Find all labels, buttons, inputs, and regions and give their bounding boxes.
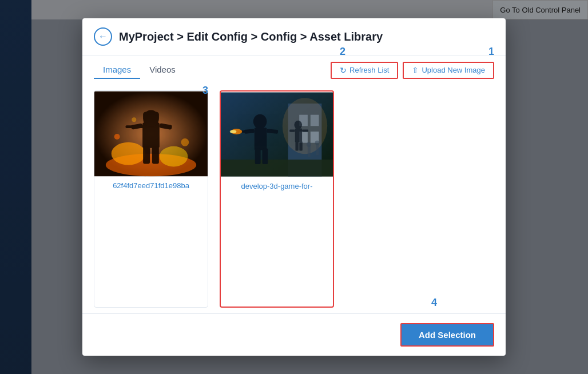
svg-rect-6 (143, 112, 159, 120)
refresh-icon: ↻ (340, 66, 347, 75)
breadcrumb: MyProject > Edit Config > Config > Asset… (119, 30, 383, 43)
annotation-4: 4 (431, 297, 437, 309)
breadcrumb-sep3: > (300, 30, 310, 43)
refresh-label: Refresh List (349, 66, 389, 74)
breadcrumb-edit-config: Edit Config (186, 30, 248, 43)
refresh-list-button[interactable]: ↻ Refresh List (331, 62, 398, 79)
svg-rect-24 (255, 128, 267, 150)
image-grid: 3 (82, 85, 506, 313)
breadcrumb-project: MyProject (119, 30, 174, 43)
game-image-1-svg (94, 91, 208, 177)
svg-point-23 (253, 114, 267, 129)
svg-rect-38 (308, 146, 311, 157)
svg-rect-9 (125, 125, 145, 128)
annotation-1: 1 (488, 46, 494, 58)
svg-rect-29 (263, 149, 268, 164)
upload-icon: ⇧ (412, 66, 419, 75)
svg-point-22 (283, 98, 327, 154)
svg-point-2 (112, 142, 145, 165)
modal-header: ← MyProject > Edit Config > Config > Ass… (82, 18, 506, 55)
modal-dialog: ← MyProject > Edit Config > Config > Ass… (82, 18, 506, 356)
svg-point-13 (181, 138, 189, 146)
image-card-1[interactable]: 62f4fd7eed71fd1e98ba (94, 90, 208, 308)
svg-point-30 (294, 121, 302, 129)
modal-overlay: ← MyProject > Edit Config > Config > Ass… (0, 0, 588, 374)
image-label-2: develop-3d-game-for- (221, 177, 333, 195)
svg-point-41 (315, 141, 320, 145)
upload-label: Upload New Image (422, 66, 485, 74)
svg-point-12 (114, 134, 120, 140)
toolbar-buttons: 2 ↻ Refresh List 1 ⇧ Upload New Image (331, 62, 494, 79)
modal-toolbar: Images Videos 2 ↻ Refresh List 1 ⇧ Uploa… (82, 55, 506, 85)
tab-videos[interactable]: Videos (140, 61, 185, 79)
svg-rect-28 (255, 149, 261, 164)
breadcrumb-asset-library: Asset Library (309, 30, 383, 43)
svg-rect-34 (295, 141, 298, 150)
svg-rect-21 (221, 160, 333, 176)
image-card-2[interactable]: develop-3d-game-for- (220, 90, 334, 308)
upload-new-image-button[interactable]: ⇧ Upload New Image (403, 62, 494, 79)
back-arrow-icon: ← (98, 31, 108, 42)
back-button[interactable]: ← (94, 27, 112, 46)
breadcrumb-sep2: > (251, 30, 261, 43)
tab-images[interactable]: Images (94, 61, 140, 79)
svg-point-3 (160, 146, 188, 167)
svg-rect-31 (295, 129, 302, 142)
svg-point-14 (132, 117, 136, 122)
image-label-1: 62f4fd7eed71fd1e98ba (94, 177, 208, 194)
svg-rect-35 (299, 141, 302, 150)
tab-videos-label: Videos (149, 65, 176, 74)
svg-rect-32 (289, 130, 295, 132)
tabs-container: Images Videos (94, 61, 185, 79)
svg-point-37 (230, 130, 237, 133)
annotation-3: 3 (202, 85, 208, 97)
tab-images-label: Images (103, 65, 131, 74)
svg-rect-11 (152, 147, 159, 164)
svg-rect-40 (316, 144, 319, 156)
svg-rect-33 (302, 130, 308, 132)
breadcrumb-config: Config (261, 30, 297, 43)
image-thumbnail-1 (94, 91, 208, 177)
svg-rect-10 (143, 147, 150, 164)
game-image-2-svg (221, 91, 333, 177)
svg-point-39 (307, 142, 311, 147)
image-thumbnail-2 (221, 91, 333, 177)
breadcrumb-sep1: > (177, 30, 186, 43)
add-selection-button[interactable]: Add Selection (400, 323, 494, 347)
annotation-2: 2 (340, 46, 345, 58)
modal-footer: 4 Add Selection (82, 313, 506, 356)
